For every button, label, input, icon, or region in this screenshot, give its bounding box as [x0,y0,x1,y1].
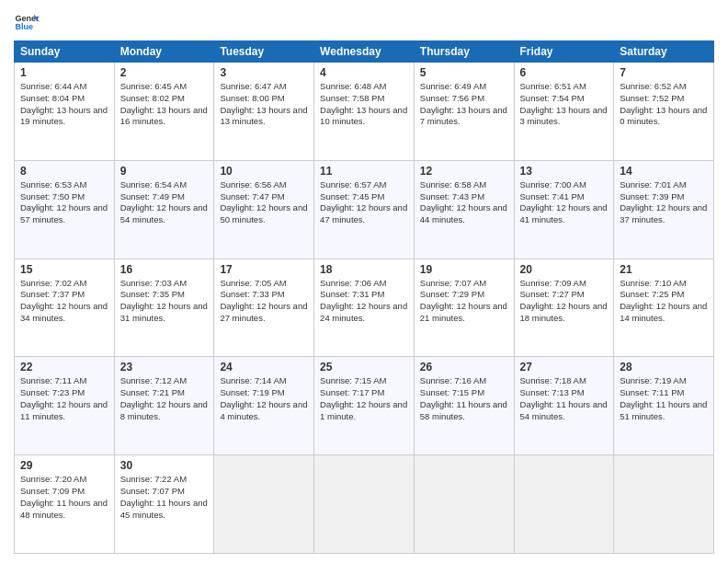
table-row: 27 Sunrise: 7:18 AM Sunset: 7:13 PM Dayl… [514,357,614,455]
day-number: 8 [20,165,108,178]
day-info: Sunrise: 7:22 AM Sunset: 7:07 PM Dayligh… [120,474,209,521]
page: General Blue Sunday Monday Tuesday Wedne… [0,0,728,563]
col-tuesday: Tuesday [214,41,314,63]
day-info: Sunrise: 6:45 AM Sunset: 8:02 PM Dayligh… [120,81,209,128]
day-info: Sunrise: 7:15 AM Sunset: 7:17 PM Dayligh… [320,375,408,422]
day-info: Sunrise: 6:54 AM Sunset: 7:49 PM Dayligh… [120,179,209,226]
table-row [414,455,514,554]
day-number: 30 [120,459,209,472]
table-row: 7 Sunrise: 6:52 AM Sunset: 7:52 PM Dayli… [614,63,714,161]
day-number: 11 [320,165,408,178]
day-number: 18 [320,263,408,276]
table-row: 23 Sunrise: 7:12 AM Sunset: 7:21 PM Dayl… [114,357,214,455]
table-row: 1 Sunrise: 6:44 AM Sunset: 8:04 PM Dayli… [15,63,115,161]
day-number: 1 [20,66,108,79]
day-info: Sunrise: 7:19 AM Sunset: 7:11 PM Dayligh… [620,375,708,422]
day-number: 25 [320,361,408,373]
day-number: 15 [20,263,108,276]
logo-icon: General Blue [14,9,40,35]
day-info: Sunrise: 6:47 AM Sunset: 8:00 PM Dayligh… [220,81,308,128]
table-row: 9 Sunrise: 6:54 AM Sunset: 7:49 PM Dayli… [114,160,214,259]
day-number: 24 [220,361,308,373]
col-friday: Friday [514,41,614,63]
day-number: 28 [620,361,708,373]
day-number: 19 [420,263,508,276]
table-row: 15 Sunrise: 7:02 AM Sunset: 7:37 PM Dayl… [15,259,115,357]
col-sunday: Sunday [15,41,115,63]
day-info: Sunrise: 6:53 AM Sunset: 7:50 PM Dayligh… [20,179,108,226]
day-number: 21 [620,263,708,276]
table-row: 18 Sunrise: 7:06 AM Sunset: 7:31 PM Dayl… [314,259,415,357]
table-row: 2 Sunrise: 6:45 AM Sunset: 8:02 PM Dayli… [114,63,214,161]
day-number: 10 [220,165,308,178]
calendar-table: Sunday Monday Tuesday Wednesday Thursday… [14,40,714,554]
day-number: 4 [320,66,408,79]
table-row: 28 Sunrise: 7:19 AM Sunset: 7:11 PM Dayl… [614,357,714,455]
table-row: 20 Sunrise: 7:09 AM Sunset: 7:27 PM Dayl… [514,259,614,357]
table-row: 30 Sunrise: 7:22 AM Sunset: 7:07 PM Dayl… [114,455,214,554]
calendar-week-1: 1 Sunrise: 6:44 AM Sunset: 8:04 PM Dayli… [15,63,714,161]
day-info: Sunrise: 7:18 AM Sunset: 7:13 PM Dayligh… [520,375,609,422]
day-info: Sunrise: 6:51 AM Sunset: 7:54 PM Dayligh… [520,81,609,128]
day-number: 5 [420,66,508,79]
day-number: 13 [520,165,609,178]
day-number: 20 [520,263,609,276]
day-info: Sunrise: 6:56 AM Sunset: 7:47 PM Dayligh… [220,179,308,226]
calendar-week-3: 15 Sunrise: 7:02 AM Sunset: 7:37 PM Dayl… [15,259,714,357]
table-row: 13 Sunrise: 7:00 AM Sunset: 7:41 PM Dayl… [514,160,614,259]
day-info: Sunrise: 6:48 AM Sunset: 7:58 PM Dayligh… [320,81,408,128]
day-number: 2 [120,66,209,79]
day-number: 22 [20,361,108,373]
day-number: 26 [420,361,508,373]
day-info: Sunrise: 6:57 AM Sunset: 7:45 PM Dayligh… [320,179,408,226]
table-row: 10 Sunrise: 6:56 AM Sunset: 7:47 PM Dayl… [214,160,314,259]
table-row: 24 Sunrise: 7:14 AM Sunset: 7:19 PM Dayl… [214,357,314,455]
day-number: 29 [20,459,108,472]
table-row: 8 Sunrise: 6:53 AM Sunset: 7:50 PM Dayli… [15,160,115,259]
table-row: 21 Sunrise: 7:10 AM Sunset: 7:25 PM Dayl… [614,259,714,357]
day-info: Sunrise: 7:03 AM Sunset: 7:35 PM Dayligh… [120,278,209,325]
table-row: 5 Sunrise: 6:49 AM Sunset: 7:56 PM Dayli… [414,63,514,161]
day-info: Sunrise: 7:16 AM Sunset: 7:15 PM Dayligh… [420,375,508,422]
day-number: 3 [220,66,308,79]
table-row: 12 Sunrise: 6:58 AM Sunset: 7:43 PM Dayl… [414,160,514,259]
day-info: Sunrise: 7:10 AM Sunset: 7:25 PM Dayligh… [620,278,708,325]
table-row: 11 Sunrise: 6:57 AM Sunset: 7:45 PM Dayl… [314,160,415,259]
day-number: 23 [120,361,209,373]
svg-text:Blue: Blue [15,22,33,31]
table-row: 17 Sunrise: 7:05 AM Sunset: 7:33 PM Dayl… [214,259,314,357]
day-number: 16 [120,263,209,276]
day-info: Sunrise: 6:49 AM Sunset: 7:56 PM Dayligh… [420,81,508,128]
day-info: Sunrise: 7:07 AM Sunset: 7:29 PM Dayligh… [420,278,508,325]
table-row [614,455,714,554]
col-thursday: Thursday [414,41,514,63]
day-info: Sunrise: 7:02 AM Sunset: 7:37 PM Dayligh… [20,278,108,325]
day-info: Sunrise: 7:06 AM Sunset: 7:31 PM Dayligh… [320,278,408,325]
day-number: 14 [620,165,708,178]
table-row: 25 Sunrise: 7:15 AM Sunset: 7:17 PM Dayl… [314,357,415,455]
day-info: Sunrise: 7:05 AM Sunset: 7:33 PM Dayligh… [220,278,308,325]
day-number: 27 [520,361,609,373]
table-row: 3 Sunrise: 6:47 AM Sunset: 8:00 PM Dayli… [214,63,314,161]
table-row: 26 Sunrise: 7:16 AM Sunset: 7:15 PM Dayl… [414,357,514,455]
day-info: Sunrise: 7:09 AM Sunset: 7:27 PM Dayligh… [520,278,609,325]
day-number: 12 [420,165,508,178]
day-number: 17 [220,263,308,276]
table-row: 14 Sunrise: 7:01 AM Sunset: 7:39 PM Dayl… [614,160,714,259]
table-row [314,455,415,554]
day-number: 9 [120,165,209,178]
table-row: 22 Sunrise: 7:11 AM Sunset: 7:23 PM Dayl… [15,357,115,455]
logo: General Blue [14,9,40,35]
table-row: 16 Sunrise: 7:03 AM Sunset: 7:35 PM Dayl… [114,259,214,357]
col-saturday: Saturday [614,41,714,63]
day-info: Sunrise: 6:44 AM Sunset: 8:04 PM Dayligh… [20,81,108,128]
header: General Blue [14,9,714,35]
day-number: 6 [520,66,609,79]
day-info: Sunrise: 6:52 AM Sunset: 7:52 PM Dayligh… [620,81,708,128]
day-info: Sunrise: 7:00 AM Sunset: 7:41 PM Dayligh… [520,179,609,226]
table-row [514,455,614,554]
calendar-week-2: 8 Sunrise: 6:53 AM Sunset: 7:50 PM Dayli… [15,160,714,259]
calendar-week-5: 29 Sunrise: 7:20 AM Sunset: 7:09 PM Dayl… [15,455,714,554]
calendar-week-4: 22 Sunrise: 7:11 AM Sunset: 7:23 PM Dayl… [15,357,714,455]
day-info: Sunrise: 7:01 AM Sunset: 7:39 PM Dayligh… [620,179,708,226]
